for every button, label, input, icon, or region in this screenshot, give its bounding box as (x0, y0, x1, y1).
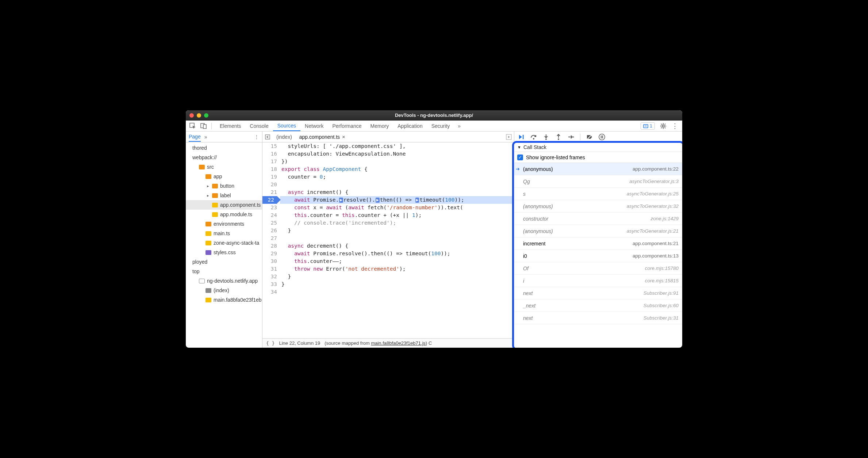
tree-item[interactable]: environments (186, 219, 262, 229)
tree-item[interactable]: main.fa8bfa0e23f1eb (186, 295, 262, 305)
tree-item[interactable]: src (186, 162, 262, 172)
disclosure-triangle-icon[interactable]: ▸ (206, 184, 210, 188)
code-line[interactable] (280, 234, 514, 242)
code-line[interactable]: } (280, 280, 514, 288)
editor-tab[interactable]: (index) (273, 131, 296, 142)
line-gutter[interactable]: 1516171819202122232425262728293031323334 (262, 142, 280, 338)
gutter-line[interactable]: 24 (262, 211, 277, 219)
code-line[interactable]: }) (280, 158, 514, 165)
code-content[interactable]: styleUrls: [ './app.component.css' ], en… (280, 142, 514, 338)
disclosure-triangle-icon[interactable]: ▼ (517, 145, 521, 149)
code-line[interactable]: } (280, 273, 514, 280)
gutter-line[interactable]: 32 (262, 273, 277, 280)
gutter-line[interactable]: 25 (262, 219, 277, 227)
stack-frame[interactable]: (anonymous)asyncToGenerator.js:32 (514, 200, 682, 213)
disclosure-triangle-icon[interactable]: ▸ (206, 193, 210, 198)
inspect-element-icon[interactable] (189, 123, 196, 129)
stack-frame[interactable]: sasyncToGenerator.js:25 (514, 188, 682, 200)
file-tree[interactable]: thoredwebpack://srcapp▸button▸labelapp.c… (186, 142, 262, 348)
stack-frame[interactable]: Ofcore.mjs:15780 (514, 262, 682, 275)
stack-frame[interactable]: nextSubscriber.js:91 (514, 287, 682, 299)
tree-item[interactable]: zone-async-stack-ta (186, 238, 262, 248)
deactivate-breakpoints-icon[interactable] (586, 134, 593, 140)
device-toggle-icon[interactable] (200, 123, 207, 129)
code-line[interactable]: await Promise.resolve().then(() => timeo… (280, 250, 514, 257)
stack-frame[interactable]: i0app.component.ts:13 (514, 250, 682, 262)
step-icon[interactable] (568, 134, 574, 140)
tree-item[interactable]: thored (186, 143, 262, 153)
source-map-link[interactable]: main.fa8bfa0e23f1eb71.js (371, 340, 426, 346)
code-line[interactable]: async increment() { (280, 188, 514, 196)
stack-frame[interactable]: (anonymous)app.component.ts:22 (514, 163, 682, 175)
code-line[interactable]: // console.trace('incremented'); (280, 219, 514, 227)
gutter-line[interactable]: 19 (262, 173, 277, 181)
code-line[interactable]: this.counter = this.counter + (+x || 1); (280, 211, 514, 219)
stack-frame[interactable]: nextSubscriber.js:31 (514, 312, 682, 324)
call-stack-header[interactable]: ▼ Call Stack (514, 142, 682, 152)
code-line[interactable]: encapsulation: ViewEncapsulation.None (280, 150, 514, 158)
gutter-line[interactable]: 15 (262, 142, 277, 150)
tree-item[interactable]: main.ts (186, 229, 262, 238)
code-editor[interactable]: 1516171819202122232425262728293031323334… (262, 142, 514, 338)
code-line[interactable]: styleUrls: [ './app.component.css' ], (280, 142, 514, 150)
stack-frame[interactable]: icore.mjs:15815 (514, 275, 682, 287)
tree-item[interactable]: ▸button (186, 181, 262, 191)
main-tab-console[interactable]: Console (245, 121, 273, 131)
tree-item[interactable]: ▸label (186, 191, 262, 200)
stack-frame[interactable]: incrementapp.component.ts:21 (514, 237, 682, 250)
code-line[interactable]: const x = await (await fetch('/random-nu… (280, 204, 514, 211)
gutter-line[interactable]: 21 (262, 188, 277, 196)
code-line[interactable]: async decrement() { (280, 242, 514, 250)
main-tab-application[interactable]: Application (393, 121, 427, 131)
gutter-line[interactable]: 30 (262, 257, 277, 265)
step-over-icon[interactable] (530, 134, 537, 140)
navigator-more-chevron-icon[interactable]: » (204, 134, 207, 140)
tree-item[interactable]: app.module.ts (186, 210, 262, 219)
tree-item[interactable]: webpack:// (186, 153, 262, 162)
main-tab-network[interactable]: Network (300, 121, 328, 131)
resume-script-icon[interactable] (518, 134, 525, 140)
editor-nav-back-icon[interactable] (265, 134, 270, 140)
gutter-line[interactable]: 26 (262, 227, 277, 234)
navigator-menu-kebab-icon[interactable]: ⋮ (254, 134, 259, 140)
stack-frame[interactable]: constructorzone.js:1429 (514, 213, 682, 225)
tree-item[interactable]: ployed (186, 257, 262, 267)
gutter-line[interactable]: 34 (262, 288, 277, 296)
gutter-line[interactable]: 23 (262, 204, 277, 211)
code-line[interactable]: export class AppComponent { (280, 165, 514, 173)
stack-frame[interactable]: QgasyncToGenerator.js:3 (514, 175, 682, 188)
close-tab-icon[interactable]: × (342, 134, 345, 140)
tree-item[interactable]: app (186, 172, 262, 181)
code-line[interactable]: this.counter––; (280, 257, 514, 265)
pause-on-exceptions-icon[interactable] (599, 134, 605, 140)
tree-item[interactable]: ng-devtools.netlify.app (186, 276, 262, 286)
gutter-line[interactable]: 17 (262, 158, 277, 165)
pretty-print-icon[interactable]: { } (266, 340, 274, 346)
main-tab-performance[interactable]: Performance (328, 121, 366, 131)
main-tab-security[interactable]: Security (427, 121, 454, 131)
main-tab-elements[interactable]: Elements (215, 121, 245, 131)
code-line[interactable] (280, 181, 514, 188)
stack-frame[interactable]: _nextSubscriber.js:60 (514, 299, 682, 312)
code-line[interactable] (280, 288, 514, 296)
gutter-line[interactable]: 18 (262, 165, 277, 173)
code-line[interactable]: counter = 0; (280, 173, 514, 181)
main-tab-memory[interactable]: Memory (366, 121, 393, 131)
gutter-line[interactable]: 31 (262, 265, 277, 273)
step-out-icon[interactable] (555, 134, 562, 140)
code-line[interactable]: await Promise.▶resolve().▶then(() => ▶ti… (280, 196, 514, 204)
gutter-line[interactable]: 33 (262, 280, 277, 288)
show-ignore-listed-row[interactable]: ✓ Show ignore-listed frames (514, 152, 682, 163)
editor-tab[interactable]: app.component.ts× (296, 131, 349, 142)
gutter-line[interactable]: 29 (262, 250, 277, 257)
tree-item[interactable]: styles.css (186, 248, 262, 257)
navigator-tab-page[interactable]: Page (189, 134, 201, 142)
gutter-line[interactable]: 16 (262, 150, 277, 158)
gutter-line[interactable]: 28 (262, 242, 277, 250)
editor-run-snippet-icon[interactable] (506, 134, 512, 140)
main-tab-sources[interactable]: Sources (273, 121, 300, 131)
settings-gear-icon[interactable] (660, 123, 667, 129)
main-menu-kebab-icon[interactable]: ⋮ (672, 122, 679, 130)
more-tabs-chevron-icon[interactable]: » (455, 123, 464, 129)
show-ignore-listed-checkbox[interactable]: ✓ (517, 154, 523, 160)
